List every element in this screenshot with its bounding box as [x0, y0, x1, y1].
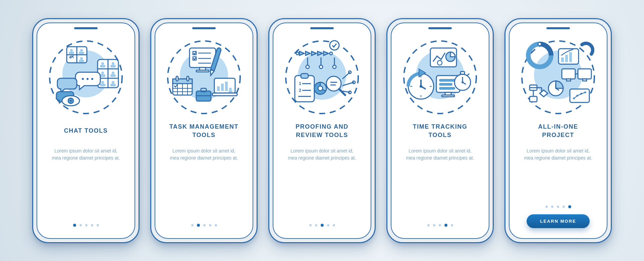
- page-dot-5[interactable]: [568, 205, 571, 208]
- page-dot-1[interactable]: [545, 206, 548, 208]
- pagination-dots: [191, 224, 217, 227]
- screen-title: TASK MANAGEMENT TOOLS: [169, 122, 238, 140]
- page-dot-2[interactable]: [197, 224, 200, 227]
- page-dot-2[interactable]: [551, 206, 553, 208]
- svg-rect-114: [439, 87, 455, 90]
- phone-frame-task-management: TASK MANAGEMENT TOOLS Lorem ipsum dolor …: [150, 18, 258, 243]
- page-dot-1[interactable]: [427, 224, 430, 226]
- svg-point-10: [80, 57, 83, 60]
- phone-speaker-slot: [310, 27, 334, 29]
- svg-rect-60: [217, 86, 220, 91]
- svg-rect-111: [442, 95, 454, 97]
- all-in-one-icon: [520, 39, 597, 116]
- page-dot-4[interactable]: [209, 224, 211, 226]
- phone-speaker-slot: [74, 27, 98, 29]
- page-dot-4[interactable]: [327, 224, 329, 226]
- phone-frame-proofing-review: 1 2: [268, 18, 376, 243]
- svg-rect-126: [561, 57, 564, 62]
- svg-rect-17: [100, 65, 105, 68]
- svg-rect-144: [570, 89, 589, 102]
- screen-body: Lorem ipsum dolor sit amet id, mea regio…: [398, 147, 482, 224]
- screen-time-tracking: TIME TRACKING TOOLS Lorem ipsum dolor si…: [391, 23, 489, 239]
- svg-line-88: [339, 89, 345, 95]
- page-dot-4[interactable]: [444, 224, 447, 227]
- svg-point-28: [82, 78, 84, 80]
- screen-body: Lorem ipsum dolor sit amet id, mea regio…: [516, 147, 600, 205]
- svg-point-16: [101, 62, 104, 65]
- svg-rect-116: [461, 72, 465, 74]
- svg-rect-49: [187, 76, 189, 81]
- svg-text:2: 2: [299, 88, 301, 93]
- screen-chat-tools: CHAT TOOLS Lorem ipsum dolor sit amet id…: [37, 23, 135, 239]
- svg-point-120: [462, 81, 464, 83]
- svg-point-29: [87, 78, 89, 80]
- svg-rect-77: [301, 74, 308, 78]
- svg-rect-61: [221, 84, 224, 91]
- svg-rect-25: [100, 84, 105, 86]
- pagination-dots: [427, 224, 453, 227]
- pagination-dots: [545, 205, 571, 208]
- page-dot-5[interactable]: [333, 224, 335, 226]
- svg-rect-132: [583, 79, 587, 81]
- page-dot-3[interactable]: [557, 206, 559, 208]
- svg-point-69: [330, 41, 339, 50]
- screen-body: Lorem ipsum dolor sit amet id, mea regio…: [280, 147, 364, 224]
- svg-rect-113: [439, 83, 452, 86]
- page-dot-3[interactable]: [439, 224, 441, 226]
- phone-frame-chat-tools: CHAT TOOLS Lorem ipsum dolor sit amet id…: [32, 18, 140, 243]
- page-dot-5[interactable]: [97, 224, 99, 226]
- svg-rect-131: [567, 79, 571, 81]
- page-dot-1[interactable]: [309, 224, 312, 226]
- page-dot-3[interactable]: [203, 224, 206, 226]
- svg-rect-76: [295, 76, 314, 102]
- page-dot-4[interactable]: [91, 224, 93, 226]
- svg-rect-48: [176, 76, 178, 81]
- phone-frame-time-tracking: TIME TRACKING TOOLS Lorem ipsum dolor si…: [386, 18, 494, 243]
- screen-title: PROOFING AND REVIEW TOOLS: [296, 122, 348, 140]
- svg-point-6: [70, 49, 73, 52]
- page-dot-2[interactable]: [79, 224, 82, 226]
- svg-point-75: [333, 65, 336, 69]
- svg-rect-23: [110, 74, 116, 77]
- svg-rect-62: [225, 82, 228, 91]
- page-dot-2[interactable]: [315, 224, 317, 226]
- screen-all-in-one: ALL-IN-ONE PROJECT Lorem ipsum dolor sit…: [509, 23, 607, 239]
- svg-point-84: [318, 86, 323, 91]
- screen-body: Lorem ipsum dolor sit amet id, mea regio…: [44, 147, 128, 224]
- svg-point-30: [91, 78, 93, 80]
- phone-speaker-slot: [428, 27, 452, 29]
- learn-more-button[interactable]: LEARN MORE: [527, 214, 589, 228]
- screen-body: Lorem ipsum dolor sit amet id, mea regio…: [162, 147, 246, 224]
- page-dot-4[interactable]: [562, 206, 565, 208]
- page-dot-5[interactable]: [215, 224, 217, 226]
- page-dot-5[interactable]: [451, 224, 453, 226]
- screen-title: TIME TRACKING TOOLS: [413, 122, 468, 140]
- svg-rect-128: [569, 52, 572, 62]
- pagination-dots: [73, 224, 99, 227]
- svg-point-63: [229, 88, 232, 90]
- svg-point-68: [330, 52, 332, 55]
- svg-point-24: [101, 81, 104, 84]
- svg-rect-11: [79, 60, 84, 62]
- page-dot-1[interactable]: [191, 224, 194, 226]
- svg-point-71: [306, 65, 309, 69]
- page-dot-1[interactable]: [73, 224, 76, 227]
- svg-rect-19: [110, 65, 116, 68]
- svg-rect-9: [79, 52, 84, 54]
- svg-rect-127: [565, 55, 568, 62]
- screen-proofing-review: 1 2: [273, 23, 371, 239]
- svg-rect-138: [530, 96, 537, 102]
- page-dot-3[interactable]: [85, 224, 88, 226]
- screen-task-management: TASK MANAGEMENT TOOLS Lorem ipsum dolor …: [155, 23, 253, 239]
- svg-rect-38: [196, 70, 209, 72]
- proofing-review-icon: 1 2: [283, 39, 361, 116]
- page-dot-2[interactable]: [433, 224, 435, 226]
- time-tracking-icon: [401, 39, 479, 116]
- svg-point-124: [538, 42, 541, 46]
- svg-rect-130: [578, 69, 591, 79]
- page-dot-3[interactable]: [321, 224, 324, 227]
- svg-rect-59: [212, 93, 237, 96]
- svg-point-22: [112, 72, 114, 74]
- svg-point-20: [101, 72, 104, 74]
- pagination-dots: [309, 224, 335, 227]
